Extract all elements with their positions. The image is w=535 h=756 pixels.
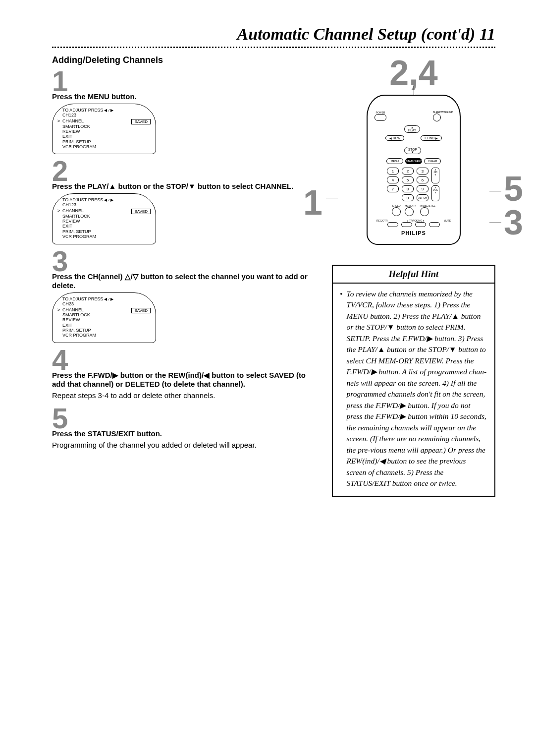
clear-button[interactable]: CLEAR	[424, 158, 441, 164]
hint-body-text: To review the channels memorized by the …	[346, 289, 487, 489]
stop-button[interactable]: STOP	[404, 147, 421, 154]
step-2-number: 2	[52, 158, 318, 184]
pause-button[interactable]	[420, 207, 429, 216]
tv-menu-items: CHANNELSMARTLOCKREVIEW EXITPRIM. SETUPVC…	[62, 118, 96, 149]
power-label: POWER	[374, 111, 386, 114]
play-button[interactable]: PLAY	[404, 125, 420, 133]
dpad: PLAY STOP REW F.FWD	[389, 125, 438, 154]
divider	[52, 47, 495, 48]
memory-label: MEMORY	[405, 204, 416, 207]
step-5-text: Press the STATUS/EXIT button.	[52, 429, 318, 438]
caret-icon: >	[57, 118, 62, 123]
num-0[interactable]: 0	[402, 194, 414, 201]
tv-top-line: TO ADJUST PRESS	[62, 108, 103, 113]
callout-3: 3	[504, 203, 523, 242]
page-title: Automatic Channel Setup (cont'd) 11	[52, 25, 495, 44]
rew-button[interactable]: REW	[385, 135, 404, 141]
menu-button[interactable]: MENU	[386, 158, 403, 164]
step-3-text: Press the CH(annel) △/▽ button to select…	[52, 272, 318, 290]
helpful-hint-box: Helpful Hint • To review the channels me…	[332, 265, 495, 497]
callout-line	[489, 223, 501, 223]
callout-line	[326, 198, 338, 198]
remote-control: POWER SLEEP/WAKE UP PLAY STOP REW F.FWD …	[367, 95, 461, 245]
mute-label: MUTE	[444, 219, 451, 222]
alt-ch-button[interactable]: ALT CH	[417, 194, 428, 201]
recotr-button[interactable]	[387, 222, 398, 227]
sleep-button[interactable]	[433, 114, 441, 121]
mute-button[interactable]	[429, 222, 440, 227]
section-heading: Adding/Deleting Channels	[52, 55, 318, 65]
tv-screen-1: TO ADJUST PRESS CH123 > CHANNELSMARTLOCK…	[52, 104, 156, 154]
tv-screen-3: TO ADJUST PRESS CH23 > CHANNELSMARTLOCKR…	[52, 292, 156, 343]
tracking-down-button[interactable]	[401, 222, 412, 227]
ch-rocker[interactable]: ∧CH∨	[431, 168, 439, 183]
memory-button[interactable]	[405, 207, 414, 216]
brand-label: PHILIPS	[374, 230, 453, 236]
speed-label: SPEED	[392, 204, 401, 207]
step-5-note: Programming of the channel you added or …	[52, 441, 318, 449]
num-8[interactable]: 8	[402, 185, 414, 192]
num-4[interactable]: 4	[387, 176, 399, 183]
hint-heading: Helpful Hint	[333, 266, 494, 284]
ffwd-button[interactable]: F.FWD	[421, 135, 442, 141]
num-2[interactable]: 2	[402, 168, 414, 174]
step-4-number: 4	[52, 347, 318, 373]
callout-1: 1	[303, 183, 322, 223]
step-4-note: Repeat steps 3-4 to add or delete other …	[52, 391, 318, 400]
step-1-text: Press the MENU button.	[52, 92, 318, 101]
tracking-up-button[interactable]	[415, 222, 426, 227]
tv-saved-tag: SAVED	[131, 119, 151, 124]
step-3-number: 3	[52, 248, 318, 274]
sleep-label: SLEEP/WAKE UP	[433, 111, 453, 114]
num-6[interactable]: 6	[417, 176, 428, 183]
tv-channel: CH123	[62, 113, 151, 117]
vol-rocker[interactable]: ∧VOL∨	[431, 185, 439, 201]
num-1[interactable]: 1	[387, 168, 399, 174]
bullet-icon: •	[340, 289, 342, 489]
num-3[interactable]: 3	[417, 168, 428, 174]
num-9[interactable]: 9	[417, 185, 428, 192]
step-5-number: 5	[52, 406, 318, 431]
speed-button[interactable]	[392, 207, 401, 216]
step-4-text: Press the F.FWD/▶ button or the REW(ind)…	[52, 371, 318, 388]
callout-line	[489, 191, 501, 191]
number-pad: 1 2 3 ∧CH∨ 4 5 6 7 8 9 ∧VOL∨ 0 ALT CH	[374, 168, 453, 201]
recotr-label: REC/OTR	[376, 219, 388, 222]
tv-screen-2: TO ADJUST PRESS CH123 > CHANNELSMARTLOCK…	[52, 193, 156, 244]
status-exit-button[interactable]: STATUS/EXIT	[405, 158, 422, 164]
num-7[interactable]: 7	[387, 185, 399, 192]
pause-label: PAUSE/STILL	[420, 204, 435, 207]
power-button[interactable]	[374, 114, 386, 121]
step-2-text: Press the PLAY/▲ button or the STOP/▼ bu…	[52, 182, 318, 190]
num-5[interactable]: 5	[402, 176, 414, 183]
step-1-number: 1	[52, 68, 318, 94]
